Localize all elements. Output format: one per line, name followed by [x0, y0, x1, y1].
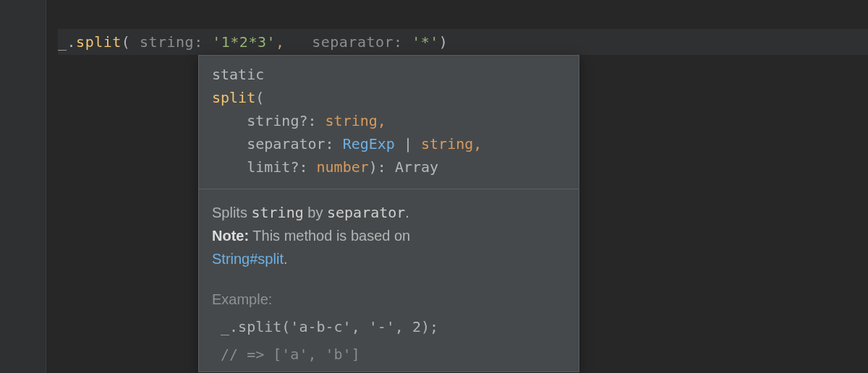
editor-root: _.split( string: '1*2*3', separator: '*'…	[0, 0, 868, 373]
sig-pipe: |	[395, 135, 421, 153]
line-gutter	[0, 0, 46, 373]
code-dot: .	[67, 33, 77, 51]
doc-summary: Splits string by separator.	[212, 201, 566, 224]
code-method: split	[76, 33, 122, 51]
editor-area[interactable]: _.split( string: '1*2*3', separator: '*'…	[46, 0, 868, 373]
sig-p3-name: limit?	[247, 158, 299, 176]
sig-p1-type: string	[326, 112, 378, 129]
doc-block: Splits string by separator. Note: This m…	[199, 189, 579, 372]
doc-link-line: String#split.	[212, 247, 566, 270]
doc-text: by	[304, 205, 327, 220]
sig-close-paren: )	[369, 158, 378, 176]
sig-p1-name: string?	[247, 112, 307, 129]
doc-note-text: This method is based on	[249, 228, 410, 244]
param-hint-string: string:	[130, 33, 212, 51]
doc-text: Splits	[212, 205, 251, 220]
sig-p2-type-regexp: RegExp	[343, 135, 395, 153]
doc-example-result: // => ['a', 'b']	[212, 343, 566, 366]
doc-note-label: Note:	[212, 228, 249, 244]
sig-colon2: :	[326, 135, 343, 153]
code-close-paren: )	[439, 33, 448, 51]
doc-code-string: string	[251, 204, 303, 221]
doc-note: Note: This method is based on	[212, 224, 566, 247]
code-arg2: '*'	[412, 33, 439, 51]
code-line[interactable]: _.split( string: '1*2*3', separator: '*'…	[58, 29, 868, 55]
sig-static: static	[212, 66, 264, 83]
sig-colon3: :	[299, 158, 316, 176]
code-comma: ,	[276, 33, 285, 51]
doc-link-suffix: .	[284, 251, 288, 267]
sig-comma1: ,	[378, 112, 386, 129]
doc-example-code: _.split('a-b-c', '-', 2);	[212, 315, 566, 338]
code-prefix: _	[58, 33, 67, 51]
sig-open-paren: (	[255, 89, 264, 106]
doc-example-label: Example:	[212, 288, 566, 311]
param-hint-separator: separator:	[285, 33, 412, 51]
sig-colon1: :	[307, 112, 325, 129]
doc-text: .	[405, 205, 409, 220]
signature-block: static split( string?: string, separator…	[199, 56, 579, 189]
doc-link[interactable]: String#split	[212, 251, 284, 267]
doc-code-separator: separator	[327, 204, 405, 221]
sig-return-type: Array	[395, 158, 438, 176]
sig-p2-type-string: string	[421, 135, 473, 153]
sig-fn-name: split	[212, 89, 255, 106]
sig-p3-type: number	[317, 158, 369, 176]
sig-comma2: ,	[473, 135, 482, 153]
code-arg1: '1*2*3'	[212, 33, 276, 51]
sig-ret-sep: :	[378, 158, 395, 176]
code-open-paren: (	[122, 33, 131, 51]
quickdoc-tooltip[interactable]: static split( string?: string, separator…	[198, 55, 579, 372]
sig-p2-name: separator	[247, 135, 325, 153]
